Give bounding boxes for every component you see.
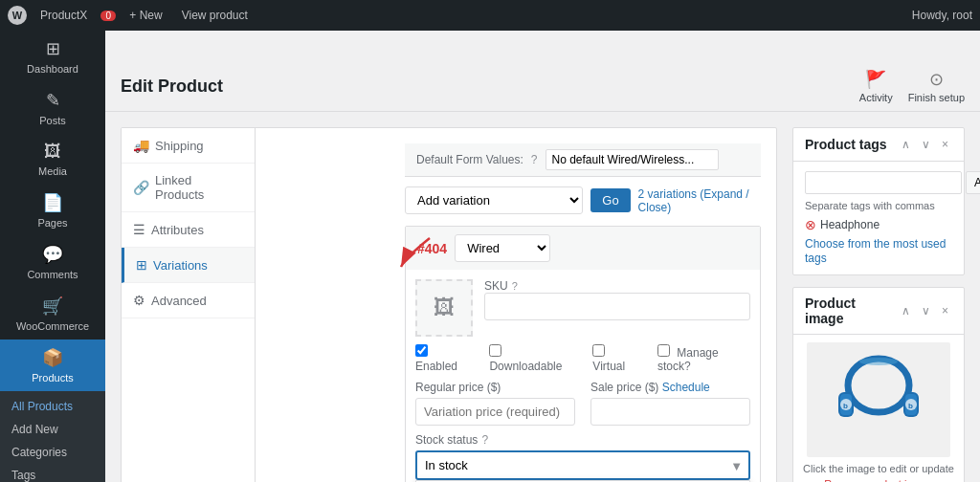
- sale-price-input[interactable]: [590, 398, 750, 426]
- price-row: Regular price ($) Sale price ($) Schedul…: [415, 381, 750, 426]
- tab-attributes[interactable]: ☰ Attributes: [122, 212, 255, 248]
- product-tags-header: Product tags ∧ ∨ ×: [793, 128, 964, 162]
- media-icon: 🖼: [44, 142, 61, 162]
- virtual-checkbox[interactable]: [592, 344, 605, 357]
- activity-label: Activity: [859, 92, 893, 103]
- product-image-widget: Product image ∧ ∨ ×: [792, 287, 965, 482]
- tag-item-headphone: ⊗ Headphone: [805, 217, 952, 232]
- enabled-label: Enabled: [415, 360, 457, 373]
- product-tags-title: Product tags: [805, 137, 887, 152]
- products-submenu: All Products Add New Categories Tags Att…: [0, 391, 105, 482]
- pages-icon: 📄: [42, 192, 63, 213]
- sidebar-submenu-add-new[interactable]: Add New: [0, 418, 105, 441]
- manage-stock-checkbox[interactable]: [657, 344, 670, 357]
- content-area: 🚚 Shipping 🔗 Linked Products ☰ Attribute…: [105, 112, 980, 482]
- view-product-link[interactable]: View product: [176, 7, 254, 24]
- tab-label: Linked Products: [155, 173, 243, 202]
- tab-linked-products[interactable]: 🔗 Linked Products: [122, 164, 255, 212]
- stock-section: Stock status ? In stock ▼: [415, 433, 750, 480]
- expand-link[interactable]: Expand: [703, 187, 743, 201]
- sidebar-item-products[interactable]: 📦 Products: [0, 340, 105, 391]
- tab-advanced[interactable]: ⚙ Advanced: [122, 283, 255, 318]
- stock-status-dropdown-container: In stock ▼ In stock Out of stock On back…: [415, 450, 750, 480]
- downloadable-checkbox-label[interactable]: Downloadable: [489, 344, 577, 373]
- sku-help-icon[interactable]: ?: [512, 280, 518, 292]
- svg-point-1: [848, 359, 909, 412]
- widget-close-button[interactable]: ×: [938, 136, 952, 153]
- sidebar-item-dashboard[interactable]: ⊞ Dashboard: [0, 31, 105, 82]
- sidebar-item-comments[interactable]: 💬 Comments: [0, 236, 105, 288]
- sidebar-item-media[interactable]: 🖼 Media: [0, 134, 105, 185]
- downloadable-checkbox[interactable]: [489, 344, 501, 357]
- new-link[interactable]: + New: [123, 7, 167, 24]
- virtual-checkbox-label[interactable]: Virtual: [592, 344, 642, 373]
- variation-image-placeholder[interactable]: 🖼: [415, 279, 473, 337]
- product-image-collapse-up-button[interactable]: ∧: [898, 302, 914, 319]
- sidebar-submenu-categories[interactable]: Categories: [0, 441, 105, 464]
- dashboard-icon: ⊞: [46, 38, 60, 59]
- tag-remove-icon[interactable]: ⊗: [805, 217, 816, 232]
- tab-variations[interactable]: ⊞ Variations: [122, 248, 255, 283]
- sidebar-submenu-tags[interactable]: Tags: [0, 464, 105, 482]
- finish-setup-icon: ⊙: [929, 69, 944, 90]
- tag-input[interactable]: [805, 171, 962, 194]
- variations-tab-icon: ⊞: [136, 257, 147, 273]
- sidebar-item-label: Dashboard: [27, 63, 78, 75]
- sku-input[interactable]: [484, 293, 750, 320]
- variation-item: #404 Wired 🖼: [405, 226, 761, 482]
- sidebar-item-pages[interactable]: 📄 Pages: [0, 185, 105, 236]
- default-values-bar: Default Form Values: ? No default Wired/…: [405, 143, 761, 177]
- sidebar-item-posts[interactable]: ✎ Posts: [0, 82, 105, 134]
- stock-status-select[interactable]: In stock: [415, 450, 750, 480]
- product-image-expand-down-button[interactable]: ∨: [918, 302, 934, 319]
- linked-products-tab-icon: 🔗: [133, 180, 149, 195]
- activity-button[interactable]: 🚩 Activity: [859, 69, 893, 103]
- add-tag-button[interactable]: Add: [966, 171, 980, 194]
- sidebar: ⊞ Dashboard ✎ Posts 🖼 Media 📄 Pages 💬 Co…: [0, 31, 105, 482]
- tab-label: Variations: [153, 258, 208, 273]
- product-image-title: Product image: [805, 296, 898, 326]
- enabled-checkbox-label[interactable]: Enabled: [415, 344, 474, 373]
- close-link[interactable]: Close: [638, 201, 668, 214]
- remove-product-image-link[interactable]: Remove product image: [801, 478, 956, 482]
- sidebar-item-woocommerce[interactable]: 🛒 WooCommerce: [0, 288, 105, 340]
- add-variation-select[interactable]: Add variation: [405, 186, 583, 214]
- admin-bar: W ProductX 0 + New View product Howdy, r…: [0, 0, 980, 31]
- default-values-select[interactable]: No default Wired/Wireless...: [546, 149, 719, 170]
- tab-label: Shipping: [155, 139, 204, 153]
- widget-header-actions: ∧ ∨ ×: [898, 136, 952, 153]
- site-name[interactable]: ProductX: [34, 7, 93, 24]
- svg-text:b: b: [843, 402, 848, 410]
- sale-price-label: Sale price ($) Schedule: [590, 381, 750, 394]
- variation-number: #404: [417, 241, 447, 256]
- tab-variations-content: Default Form Values: ? No default Wired/…: [390, 128, 776, 482]
- tab-shipping[interactable]: 🚚 Shipping: [122, 128, 255, 164]
- variation-attribute-select[interactable]: Wired: [455, 234, 550, 262]
- choose-tags-link[interactable]: Choose from the most used tags: [805, 237, 946, 265]
- posts-icon: ✎: [46, 90, 60, 111]
- sku-label: SKU ?: [484, 279, 750, 293]
- checkboxes-row: Enabled Downloadable Virtual: [415, 344, 750, 373]
- stock-status-help-icon[interactable]: ?: [481, 433, 488, 447]
- manage-stock-checkbox-label[interactable]: Manage stock?: [657, 344, 750, 373]
- stock-status-label: Stock status ?: [415, 433, 750, 447]
- tag-hint: Separate tags with commas: [805, 200, 952, 211]
- widget-collapse-up-button[interactable]: ∧: [898, 136, 914, 153]
- schedule-link[interactable]: Schedule: [662, 381, 710, 394]
- finish-setup-button[interactable]: ⊙ Finish setup: [908, 69, 965, 103]
- product-image[interactable]: b b: [807, 342, 950, 457]
- activity-icon: 🚩: [865, 69, 886, 90]
- product-image-close-button[interactable]: ×: [938, 302, 952, 319]
- sidebar-submenu-all-products[interactable]: All Products: [0, 395, 105, 418]
- regular-price-input[interactable]: [415, 398, 575, 426]
- variations-count: 2 variations (Expand / Close): [638, 187, 761, 214]
- howdy-text: Howdy, root: [912, 9, 972, 22]
- right-panel: Product tags ∧ ∨ × Add Separate tags wit…: [792, 127, 965, 482]
- widget-expand-down-button[interactable]: ∨: [918, 136, 934, 153]
- advanced-tab-icon: ⚙: [133, 293, 145, 308]
- product-image-content: b b Click the image to edit or update Re…: [793, 335, 964, 482]
- enabled-checkbox[interactable]: [415, 344, 428, 357]
- variation-item-header: #404 Wired: [406, 227, 760, 270]
- default-values-help-icon[interactable]: ?: [531, 153, 538, 166]
- go-button[interactable]: Go: [590, 188, 630, 212]
